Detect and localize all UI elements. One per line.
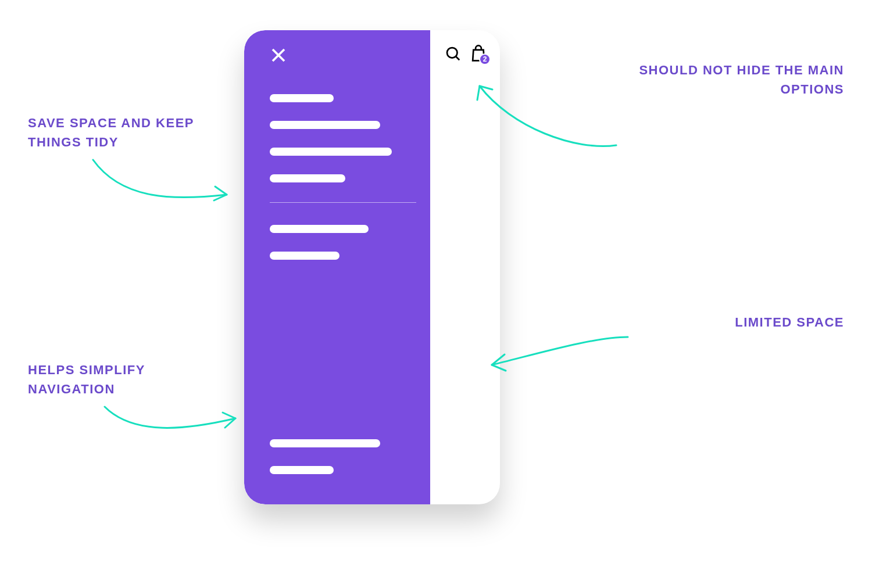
annotation-save-space: SAVE SPACE AND KEEP THINGS TIDY: [28, 113, 214, 152]
shopping-bag-icon[interactable]: 2: [470, 44, 487, 63]
drawer-secondary-group: [270, 225, 413, 260]
svg-point-0: [447, 48, 458, 58]
svg-line-1: [456, 56, 459, 60]
nav-drawer: [244, 30, 430, 504]
drawer-item[interactable]: [270, 121, 380, 129]
search-icon[interactable]: [444, 45, 462, 62]
arrow-limited: [483, 331, 634, 407]
arrow-simplify: [99, 401, 244, 447]
annotation-limited: LIMITED SPACE: [635, 313, 844, 332]
annotation-simplify: HELPS SIMPLIFY NAVIGATION: [28, 360, 214, 399]
drawer-item[interactable]: [270, 225, 369, 233]
cart-badge: 2: [479, 53, 491, 65]
drawer-item[interactable]: [270, 94, 334, 102]
drawer-footer-group: [270, 439, 380, 474]
drawer-item[interactable]: [270, 148, 392, 156]
annotation-not-hide: SHOULD NOT HIDE THE MAIN OPTIONS: [588, 60, 844, 99]
phone-mock: 2: [244, 30, 500, 504]
drawer-item[interactable]: [270, 174, 345, 182]
drawer-item[interactable]: [270, 439, 380, 447]
arrow-save-space: [87, 154, 238, 218]
drawer-item[interactable]: [270, 252, 339, 260]
drawer-divider: [270, 202, 416, 203]
arrow-not-hide: [471, 76, 622, 157]
close-icon[interactable]: [270, 46, 413, 64]
drawer-item[interactable]: [270, 466, 334, 474]
phone-topbar: 2: [444, 44, 487, 63]
drawer-primary-group: [270, 94, 413, 182]
